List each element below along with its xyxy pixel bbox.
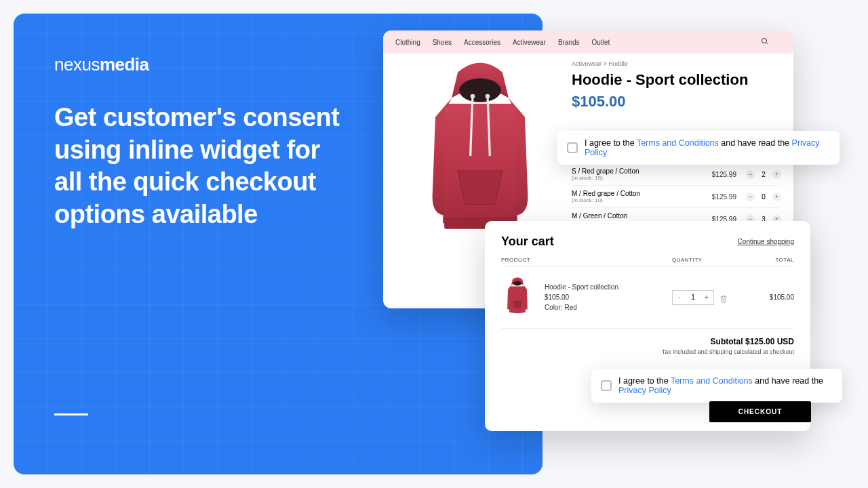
cart-subtotal: Subtotal $125.00 USD — [501, 337, 794, 346]
terms-link[interactable]: Terms and Conditions — [637, 138, 719, 148]
nav-item[interactable]: Outlet — [592, 39, 610, 46]
qty-value: 2 — [760, 171, 767, 178]
cart-qty-decrease-button[interactable]: - — [673, 291, 686, 304]
product-image — [395, 54, 565, 238]
svg-point-0 — [762, 39, 767, 43]
variant-row: S / Red grape / Cotton(in stock: 15) $12… — [572, 163, 781, 186]
svg-point-5 — [486, 94, 490, 99]
svg-point-6 — [513, 281, 521, 286]
cart-qty-increase-button[interactable]: + — [700, 291, 713, 304]
consent-text: I agree to the Terms and Conditions and … — [618, 376, 833, 395]
continue-shopping-link[interactable]: Continue shopping — [738, 238, 794, 245]
privacy-link[interactable]: Privacy Policy — [618, 386, 671, 395]
product-title: Hoodie - Sport collection — [572, 71, 781, 89]
cart-line-item: Hoodie - Sport collection $105.00 Color:… — [501, 267, 794, 329]
qty-increase-button[interactable]: + — [772, 192, 781, 201]
nav-item[interactable]: Accessories — [464, 39, 500, 46]
nav-item[interactable]: Clothing — [395, 39, 420, 46]
remove-item-icon[interactable] — [719, 293, 728, 302]
consent-widget-product: I agree to the Terms and Conditions and … — [557, 131, 840, 165]
qty-decrease-button[interactable]: − — [746, 170, 755, 179]
cart-title: Your cart — [501, 235, 554, 249]
qty-decrease-button[interactable]: − — [746, 192, 755, 201]
cart-column-headers: PRODUCT QUANTITY TOTAL — [501, 257, 794, 267]
decorative-underline — [54, 413, 88, 415]
breadcrumb[interactable]: Activewear > Hoddie — [572, 60, 781, 67]
tax-note: Tax included and shipping calculated at … — [501, 348, 794, 355]
svg-point-4 — [471, 94, 475, 99]
nav-item[interactable]: Brands — [558, 39, 580, 46]
svg-line-1 — [766, 43, 768, 45]
promo-headline: Get customer's consent using inline widg… — [54, 102, 346, 230]
search-icon[interactable] — [761, 37, 769, 47]
cart-item-info: Hoodie - Sport collection $105.00 Color:… — [545, 282, 672, 312]
consent-checkbox[interactable] — [601, 380, 612, 391]
brand-logo: nexusmedia — [54, 54, 149, 75]
svg-point-2 — [459, 79, 501, 102]
nav-item[interactable]: Shoes — [433, 39, 452, 46]
qty-value: 0 — [760, 193, 767, 201]
consent-text: I agree to the Terms and Conditions and … — [585, 138, 830, 157]
nav-item[interactable]: Activewear — [513, 39, 546, 46]
cart-qty-stepper: - 1 + — [672, 290, 714, 305]
cart-qty-value: 1 — [686, 291, 700, 304]
cart-item-image — [501, 277, 535, 319]
variant-row: M / Red grape / Cotton(in stock: 10) $12… — [572, 186, 781, 208]
terms-link[interactable]: Terms and Conditions — [671, 376, 753, 386]
qty-increase-button[interactable]: + — [772, 170, 781, 179]
consent-widget-cart: I agree to the Terms and Conditions and … — [591, 369, 842, 403]
consent-checkbox[interactable] — [567, 142, 578, 153]
checkout-button[interactable]: CHECKOUT — [709, 401, 811, 422]
cart-item-total: $105.00 — [760, 293, 794, 301]
product-price: $105.00 — [572, 93, 781, 110]
store-nav: Clothing Shoes Accessories Activewear Br… — [383, 30, 793, 54]
